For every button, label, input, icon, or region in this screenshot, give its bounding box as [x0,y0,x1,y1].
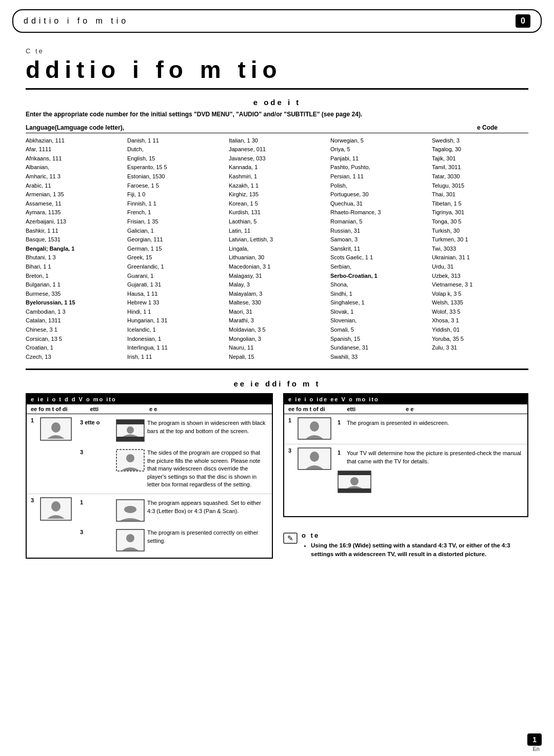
screen-table2-subheader: ee fo m t of di etti e e [284,404,527,414]
screen-table-wide: e ie i o ide ee V o mo ito ee fo m t of … [283,393,528,517]
lang-entry: Burmese, 335 [26,290,122,299]
lang-entry: Persian, 1 11 [330,172,427,181]
lang-entry: Turkmen, 30 1 [432,235,528,244]
note-label: o te [302,532,528,539]
lang-col-0: Abkhazian, 111Afar, 1111Afrikaans, 111Al… [26,136,122,362]
lang-entry: Fiji, 1 0 [127,190,224,199]
lang-entry: Singhalese, 1 [330,298,427,308]
wide-tv-2 [298,447,331,470]
lang-entry: Finnish, 1 1 [127,199,224,209]
screen-row-1: 1 3 ette o [27,414,272,494]
sub-row-1b: 3 The sides of the program are cropped s… [80,447,268,491]
lang-entry: Lithuanian, 30 [229,253,325,262]
lang-entry: Gujarati, 1 31 [127,280,224,290]
lang-entry: Galician, 1 [127,227,224,236]
lang-entry: Estonian, 1530 [127,172,224,181]
tv-image-2 [40,497,72,521]
note-list: Using the 16:9 (Wide) setting with a sta… [302,541,528,559]
svg-point-9 [51,501,61,512]
header-number: 0 [516,14,530,28]
wide-tv-1 [298,417,331,440]
sub-row-2a: 1 The program appears squashed. Set to e… [80,497,268,525]
svg-point-5 [127,426,134,434]
lang-entry: Dutch, [127,145,224,154]
lang-entry: Corsican, 13 5 [26,335,122,344]
lang-entry: Greenlandic, 1 [127,262,224,272]
lang-entry: Albanian, [26,163,122,172]
lang-entry: Sundanese, 31 [330,343,427,353]
lang-table-header: Language(Lamguage code letter), e Code [26,124,528,133]
lang-entry: Japanese, 011 [229,145,325,154]
lang-entry: Shona, [330,280,427,290]
lang-entry: Uzbek, 313 [432,272,528,281]
lang-entry: Spanish, 15 [330,335,427,344]
lang-entry: Kirghiz, 135 [229,190,325,199]
lang-entry: Croatian, 1 [26,343,122,353]
svg-point-11 [124,506,136,513]
lang-entry: German, 1 15 [127,244,224,254]
lang-entry: Turkish, 30 [432,227,528,236]
lang-entry: Maltese, 330 [229,298,325,308]
sub-row-w2a: 1 Your TV will determine how the picture… [338,447,523,467]
lang-entry: Afrikaans, 111 [26,154,122,164]
lang-entry: Romanian, 5 [330,217,427,227]
lang-entry: Quechua, 31 [330,199,427,209]
divider2 [26,369,528,370]
lang-entry: Cambodian, 1 3 [26,308,122,317]
svg-rect-19 [338,471,371,475]
lang-entry: Assamese, 11 [26,199,122,209]
lang-entry: Tagalog, 30 [432,145,528,154]
tv-squashed [116,499,145,522]
lang-entry: Panjabi, 11 [330,154,427,164]
lang-entry: Malagasy, 31 [229,272,325,281]
lang-entry: Latin, 11 [229,227,325,236]
lang-entry: English, 15 [127,154,224,164]
lang-entry: Irish, 1 11 [127,353,224,362]
note-item: Using the 16:9 (Wide) setting with a sta… [311,541,528,559]
lang-entry: Bengali; Bangla, 1 [26,244,122,254]
page-content: C te dditio i fo m tio e ode i t Enter t… [0,42,554,569]
lang-entry: Bulgarian, 1 1 [26,280,122,290]
lang-entry: Afar, 1111 [26,145,122,154]
tv-image-1 [40,417,72,441]
header-title: dditio i fo m tio [24,16,129,26]
lang-entry: Latvian, Lettish, 3 [229,235,325,244]
lang-entry: Chinese, 3 1 [26,325,122,335]
lang-entry: Catalan, 1311 [26,316,122,325]
svg-point-15 [310,421,319,432]
lang-entry: Kazakh, 1 1 [229,181,325,191]
lang-entry: Aymara, 1135 [26,208,122,217]
right-column: e ie i o ide ee V o mo ito ee fo m t of … [283,393,528,559]
lang-entry: Marathi, 3 [229,316,325,325]
lang-entry: Yoruba, 35 5 [432,335,528,344]
lang-entry: Sindhi, 1 [330,290,427,299]
header-bar: dditio i fo m tio 0 [12,9,542,33]
lang-entry: Tamil, 3011 [432,163,528,172]
lang-entry: Volap k, 3 5 [432,290,528,299]
lang-entry: Xhosa, 3 1 [432,316,528,325]
svg-point-17 [310,452,319,462]
tv-panscan [116,449,145,472]
lang-entry: Czech, 13 [26,353,122,362]
lang-desc-text: Enter the appropriate code number for th… [26,111,362,118]
lang-entry: Vietnamese, 3 1 [432,280,528,290]
lang-entry: Javanese, 033 [229,154,325,164]
lang-entry: Tajik, 301 [432,154,528,164]
lang-entry: Hindi, 1 1 [127,308,224,317]
lang-entry: Rhaeto-Romance, 3 [330,208,427,217]
svg-point-7 [126,454,134,462]
lang-entry: Polish, [330,181,427,191]
lang-entry: Danish, 1 11 [127,136,224,146]
lang-entry: Malay, 3 [229,280,325,290]
lang-entry: Azerbaijani, 113 [26,217,122,227]
lang-entry: Tigrinya, 301 [432,208,528,217]
lang-entry: Serbian, [330,262,427,272]
lang-entry: Byelorussian, 1 15 [26,298,122,308]
lang-entry: Hebrew 1 33 [127,298,224,308]
lang-col-2: Italian, 1 30Japanese, 011Javanese, 033K… [229,136,325,362]
screen-row-w1: 1 1 The program is presented in w [284,414,527,444]
lang-entry: Samoan, 3 [330,235,427,244]
lang-entry: Sanskrit, 11 [330,244,427,254]
lang-entry: Twi, 3033 [432,244,528,254]
lang-entry: Kurdish, 131 [229,208,325,217]
